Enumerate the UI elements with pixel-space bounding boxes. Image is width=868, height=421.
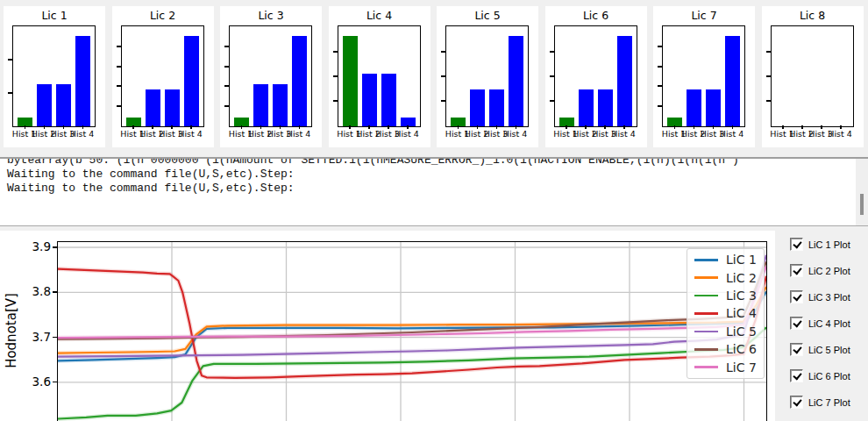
legend-line-swatch (694, 312, 718, 315)
hist-bar (579, 89, 594, 126)
checkmark-icon (793, 370, 801, 380)
plot-area: LiC 1LiC 2LiC 3LiC 4LiC 5LiC 6LiC 7 (57, 241, 767, 421)
histogram-title: Lic 1 (4, 9, 105, 22)
y-tick-mark (224, 85, 229, 87)
histogram-card: Lic 2Hist 1Hist 2Hist 3Hist 4 (112, 6, 214, 147)
legend-entry: LiC 7 (687, 360, 764, 375)
console-scrollbar[interactable] (856, 159, 868, 225)
histogram-plot (662, 25, 745, 127)
plot-toggle-7[interactable]: LiC 7 Plot (790, 396, 850, 409)
app-window: Lic 1Hist 1Hist 2Hist 3Hist 4Lic 2Hist 1… (0, 0, 868, 421)
legend-line-swatch (694, 259, 718, 261)
legend-line-swatch (694, 348, 718, 351)
histogram-plot (554, 25, 637, 127)
histogram-card: Lic 3Hist 1Hist 2Hist 3Hist 4 (220, 6, 322, 147)
x-tick-label: Hist 4 (611, 129, 636, 139)
y-tick-mark (658, 66, 662, 68)
y-axis-label: Hodnota[V] (4, 269, 19, 392)
y-tick-mark (117, 105, 121, 107)
hist-bar (362, 74, 377, 126)
legend-entry: LiC 3 (687, 288, 764, 303)
histogram-title: Lic 8 (762, 9, 864, 22)
x-tick-label: Hist 4 (178, 129, 203, 139)
hist-bar (343, 36, 358, 126)
y-tick-mark (441, 75, 445, 77)
histogram-plot (121, 25, 204, 127)
legend-line-swatch (694, 331, 718, 333)
legend-label: LiC 5 (726, 325, 757, 339)
y-tick-mark (333, 75, 338, 77)
chart-legend: LiC 1LiC 2LiC 3LiC 4LiC 5LiC 6LiC 7 (687, 248, 765, 379)
checkbox[interactable] (790, 369, 803, 382)
histogram-title: Lic 3 (220, 9, 322, 22)
x-tick-label: Hist 4 (503, 129, 528, 139)
y-tick-label: 3.8 (21, 284, 51, 298)
checkmark-icon (793, 291, 801, 301)
y-tick-mark (658, 46, 662, 47)
histogram-strip: Lic 1Hist 1Hist 2Hist 3Hist 4Lic 2Hist 1… (0, 0, 868, 156)
hist-bar (470, 89, 485, 126)
line-chart-figure: Hodnota[V] 3.53.63.73.83.9 LiC 1LiC 2LiC… (0, 231, 775, 421)
plot-toggle-5[interactable]: LiC 5 Plot (790, 343, 850, 356)
console-line-scrolled: bytearray(b'50: (1(n 0000000 (1(nAmount … (7, 157, 850, 168)
hist-bar (292, 36, 307, 126)
y-tick-mark (658, 85, 662, 87)
plot-toggle-2[interactable]: LiC 2 Plot (790, 264, 850, 277)
console-line: Waiting to the command file(U,S,etc).Ste… (7, 182, 850, 196)
y-tick-mark (8, 92, 12, 94)
legend-label: LiC 6 (726, 342, 757, 356)
y-tick-mark (766, 75, 771, 77)
hist-bar (687, 89, 701, 126)
hist-bar (381, 74, 396, 126)
checkbox[interactable] (790, 238, 803, 251)
y-tick-mark (117, 46, 121, 47)
checkmark-icon (793, 239, 801, 248)
y-tick-mark (766, 51, 771, 53)
legend-label: LiC 3 (726, 289, 757, 303)
hist-bar (75, 36, 90, 126)
line-chart-section: Hodnota[V] 3.53.63.73.83.9 LiC 1LiC 2LiC… (0, 228, 868, 421)
plot-toggle-panel: LiC 1 PlotLiC 2 PlotLiC 3 PlotLiC 4 Plot… (775, 228, 868, 421)
checkbox-label: LiC 4 Plot (808, 318, 850, 329)
histogram-card: Lic 6Hist 1Hist 2Hist 3Hist 4 (545, 6, 647, 147)
plot-toggle-4[interactable]: LiC 4 Plot (790, 317, 850, 330)
checkbox[interactable] (790, 343, 803, 356)
histogram-card: Lic 8Hist 1Hist 2Hist 3Hist 4 (762, 6, 864, 147)
scrollbar-thumb[interactable] (860, 194, 864, 215)
line-series-lic-5 (58, 255, 766, 357)
x-tick-label: Hist 4 (287, 129, 311, 139)
y-tick-mark (117, 66, 121, 68)
y-tick-mark (550, 51, 554, 53)
legend-line-swatch (694, 295, 718, 297)
legend-entry: LiC 6 (687, 341, 764, 357)
checkbox[interactable] (790, 317, 803, 330)
line-chart-canvas (58, 242, 766, 421)
y-tick-mark (441, 100, 445, 102)
checkbox[interactable] (790, 264, 803, 277)
legend-label: LiC 1 (726, 253, 757, 267)
checkmark-icon (793, 318, 801, 327)
histogram-title: Lic 5 (437, 9, 538, 22)
checkbox-label: LiC 3 Plot (808, 292, 850, 303)
console-line: Waiting to the command file(U,S,etc).Ste… (7, 168, 850, 182)
y-tick-mark (224, 105, 229, 107)
hist-bar (489, 89, 504, 126)
plot-toggle-3[interactable]: LiC 3 Plot (790, 290, 850, 303)
checkbox-label: LiC 2 Plot (808, 266, 850, 276)
plot-toggle-6[interactable]: LiC 6 Plot (790, 369, 850, 382)
y-tick-mark (550, 75, 554, 77)
checkbox[interactable] (790, 290, 803, 303)
x-tick-label: Hist 4 (828, 129, 852, 139)
checkbox[interactable] (790, 396, 803, 409)
x-tick-label: Hist 4 (70, 129, 95, 139)
y-tick-label: 3.7 (21, 330, 51, 344)
legend-entry: LiC 1 (687, 252, 764, 268)
legend-entry: LiC 4 (687, 305, 764, 321)
legend-entry: LiC 5 (687, 324, 764, 339)
checkbox-label: LiC 1 Plot (808, 239, 850, 250)
hist-bar (706, 89, 721, 126)
plot-toggle-1[interactable]: LiC 1 Plot (790, 238, 850, 251)
histogram-plot (445, 25, 529, 127)
y-tick-mark (333, 51, 338, 53)
legend-line-swatch (694, 276, 718, 279)
